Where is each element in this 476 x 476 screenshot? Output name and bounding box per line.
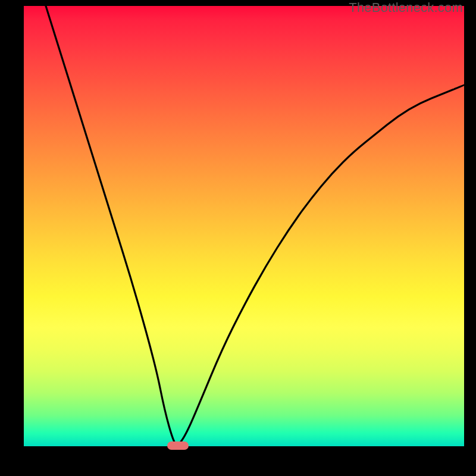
bottleneck-curve-path: [46, 6, 464, 444]
plot-area: [24, 6, 464, 446]
watermark-text: TheBottleneck.com: [349, 0, 463, 15]
chart-container: TheBottleneck.com: [0, 0, 476, 476]
curve-svg: [24, 6, 464, 446]
minimum-marker: [167, 441, 189, 450]
